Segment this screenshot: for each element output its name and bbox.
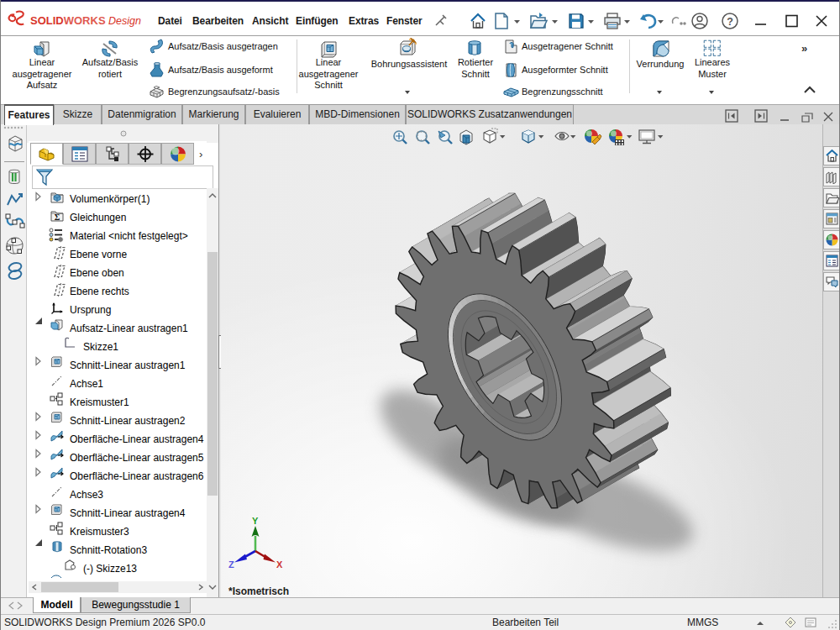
svg-text:Y: Y — [252, 517, 259, 526]
svg-text:Σ: Σ — [55, 213, 60, 222]
svg-text:X: X — [276, 559, 283, 569]
svg-text:Z: Z — [228, 559, 234, 569]
svg-text:SOLIDWORKS Design: SOLIDWORKS Design — [30, 14, 141, 27]
svg-text:?: ? — [727, 16, 733, 28]
